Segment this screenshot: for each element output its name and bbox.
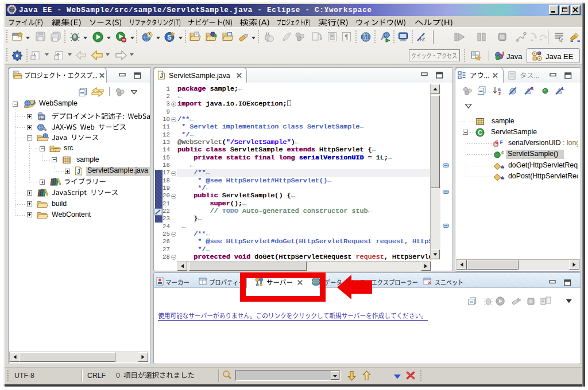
svg-text:J: J — [160, 73, 163, 79]
svg-text:F: F — [500, 139, 502, 145]
svg-text:S: S — [495, 139, 498, 145]
svg-text:¶: ¶ — [345, 33, 349, 41]
svg-text:J: J — [33, 99, 36, 105]
svg-text:S: S — [531, 86, 534, 91]
svg-text:3.1: 3.1 — [40, 116, 44, 119]
svg-text:C: C — [478, 129, 482, 136]
svg-text:c: c — [501, 150, 504, 155]
svg-text:J: J — [77, 169, 80, 175]
svg-text:J: J — [501, 50, 505, 58]
svg-text:S: S — [167, 34, 171, 41]
svg-text:z: z — [498, 91, 501, 96]
svg-text:L: L — [562, 86, 564, 91]
